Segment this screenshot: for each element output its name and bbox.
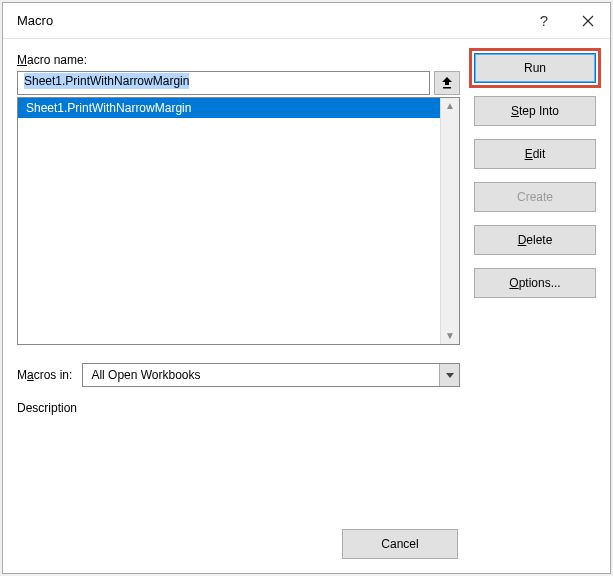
right-column: Run Step Into Edit Create Delete Options… [474,53,596,561]
macro-name-label: Macro name: [17,53,460,67]
spacer [17,421,460,529]
help-button[interactable]: ? [522,3,566,39]
run-button[interactable]: Run [474,53,596,83]
options-button[interactable]: Options... [474,268,596,298]
macro-listbox[interactable]: Sheet1.PrintWithNarrowMargin ▲ ▼ [17,97,460,345]
macros-in-dropdown[interactable]: All Open Workbooks [82,363,460,387]
scroll-up-icon[interactable]: ▲ [445,101,455,111]
close-icon [582,15,594,27]
close-button[interactable] [566,3,610,39]
dropdown-button[interactable] [439,364,459,386]
step-into-button[interactable]: Step Into [474,96,596,126]
titlebar: Macro ? [3,3,610,39]
scroll-down-icon[interactable]: ▼ [445,331,455,341]
run-button-highlight: Run [469,48,601,88]
delete-button[interactable]: Delete [474,225,596,255]
left-column: Macro name: Sheet1.PrintWithNarrowMargin… [17,53,460,561]
dialog-title: Macro [17,13,522,28]
create-button: Create [474,182,596,212]
listbox-body[interactable]: Sheet1.PrintWithNarrowMargin [18,98,440,344]
cancel-button[interactable]: Cancel [342,529,458,559]
footer: Cancel [17,529,460,561]
macro-name-input[interactable]: Sheet1.PrintWithNarrowMargin [17,71,430,95]
description-label: Description [17,401,460,415]
chevron-down-icon [446,373,454,378]
list-item[interactable]: Sheet1.PrintWithNarrowMargin [18,98,440,118]
run-selected-button[interactable] [434,71,460,95]
macro-dialog: Macro ? Macro name: Sheet1.PrintWithNarr… [2,2,611,574]
svg-rect-2 [443,87,451,89]
macros-in-label: Macros in: [17,368,72,382]
arrow-up-icon [441,76,453,90]
macro-name-row: Sheet1.PrintWithNarrowMargin [17,71,460,95]
dialog-body: Macro name: Sheet1.PrintWithNarrowMargin… [3,39,610,573]
edit-button[interactable]: Edit [474,139,596,169]
macros-in-row: Macros in: All Open Workbooks [17,363,460,387]
listbox-scrollbar[interactable]: ▲ ▼ [440,98,459,344]
dropdown-value: All Open Workbooks [83,364,439,386]
